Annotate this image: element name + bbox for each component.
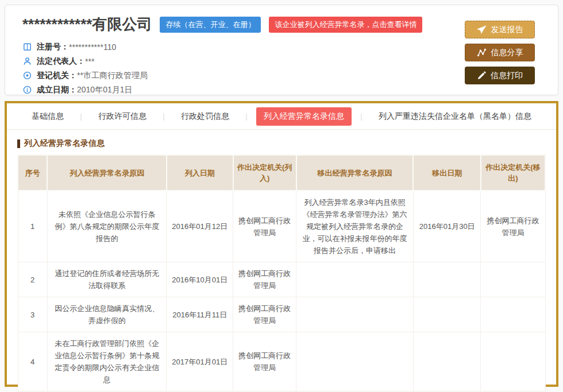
col-header-inclusion-reason: 列入经营异常名录原因 [47, 155, 166, 191]
cell-inclusion-reason: 未依照《企业信息公示暂行条例》第八条规定的期限公示年度报告的 [47, 191, 166, 262]
section-title-bar [17, 139, 20, 148]
table-row: 3 因公示企业信息隐瞒真实情况、弄虚作假的 2016年11月11日 携创网工商行… [18, 297, 545, 332]
cell-index: 2 [18, 262, 47, 297]
info-icon [22, 85, 32, 95]
tab-bar: 基础信息 | 行政许可信息 | 行政处罚信息 | 列入经营异常名录信息 | 列入… [7, 103, 556, 130]
info-label: 注册号： [37, 42, 69, 52]
table-row: 1 未依照《企业信息公示暂行条例》第八条规定的期限公示年度报告的 2016年01… [18, 191, 545, 262]
section-title-text: 列入经营异常名录信息 [24, 138, 105, 149]
col-header-removal-authority: 作出决定机关(移出) [481, 155, 545, 191]
info-value: **市工商行政管理局 [77, 71, 148, 81]
col-header-index: 序号 [18, 155, 47, 191]
paper-plane-icon [477, 25, 487, 34]
abnormal-list-table: 序号 列入经营异常名录原因 列入日期 作出决定机关(列入) 移出经营异常名录原因… [17, 154, 546, 391]
abnormal-warning-badge[interactable]: 该企业被列入经营异常名录，点击查看详情 [269, 17, 422, 33]
table-header-row: 序号 列入经营异常名录原因 列入日期 作出决定机关(列入) 移出经营异常名录原因… [18, 155, 545, 191]
tab-basic-info[interactable]: 基础信息 [24, 107, 71, 126]
cell-inclusion-authority: 携创网工商行政管理局 [233, 262, 296, 297]
status-badge: 存续（在营、开业、在册） [160, 17, 261, 33]
cell-inclusion-reason: 未在工商行政管理部门依照《企业信息公示暂行条例》第十条规定责令的期限内公示有关企… [47, 332, 166, 391]
col-header-inclusion-date: 列入日期 [167, 155, 233, 191]
info-value: 2010年01月1日 [77, 85, 133, 95]
info-label: 成立日期： [37, 85, 77, 95]
print-info-button[interactable]: 信息打印 [465, 67, 535, 84]
cell-inclusion-reason: 通过登记的住所或者经营场所无法取得联系 [47, 262, 166, 297]
tab-divider: | [163, 112, 164, 121]
cell-removal-date [413, 297, 481, 332]
action-label: 信息分享 [491, 48, 523, 58]
tab-administrative-penalty[interactable]: 行政处罚信息 [173, 107, 237, 126]
cell-inclusion-date: 2016年11月11日 [167, 297, 233, 332]
cell-removal-date [413, 332, 481, 391]
tab-divider: | [245, 112, 247, 121]
cell-removal-authority [481, 262, 545, 297]
cell-index: 1 [18, 191, 47, 262]
info-item-establish-date: 成立日期： 2010年01月1日 [22, 83, 547, 97]
cell-inclusion-date: 2016年01月12日 [167, 191, 233, 262]
info-label: 法定代表人： [37, 56, 85, 67]
company-summary-card: ************有限公司 存续（在营、开业、在册） 该企业被列入经营异常… [5, 5, 558, 95]
info-value: ***********110 [69, 42, 116, 52]
share-icon [477, 48, 487, 57]
info-value: *** [85, 57, 94, 66]
cell-index: 3 [18, 297, 47, 332]
table-row: 4 未在工商行政管理部门依照《企业信息公示暂行条例》第十条规定责令的期限内公示有… [18, 332, 545, 391]
info-label: 登记机关： [37, 71, 77, 81]
tab-administrative-license[interactable]: 行政许可信息 [91, 107, 154, 126]
cell-removal-reason [296, 297, 414, 332]
col-header-removal-reason: 移出经营异常名录原因 [296, 155, 414, 191]
tab-divider: | [80, 112, 82, 121]
cell-inclusion-authority: 携创网工商行政管理局 [233, 332, 296, 391]
cell-removal-reason [296, 332, 414, 391]
company-name: ************有限公司 [22, 14, 152, 34]
location-icon [22, 71, 32, 80]
tab-content: 列入经营异常名录信息 序号 列入经营异常名录原因 列入日期 作出决定机关(列入)… [7, 130, 556, 392]
cell-removal-date [413, 262, 481, 297]
tab-serious-violation-blacklist[interactable]: 列入严重违法失信企业名单（黑名单）信息 [371, 107, 539, 126]
detail-panel: 基础信息 | 行政许可信息 | 行政处罚信息 | 列入经营异常名录信息 | 列入… [5, 101, 558, 387]
col-header-removal-date: 移出日期 [413, 155, 481, 191]
section-title: 列入经营异常名录信息 [17, 138, 546, 149]
cell-removal-authority [481, 297, 545, 332]
cell-removal-authority: 携创网工商行政管理局 [481, 191, 545, 262]
cell-inclusion-date: 2017年01月01日 [167, 332, 233, 391]
cell-inclusion-reason: 因公示企业信息隐瞒真实情况、弄虚作假的 [47, 297, 166, 332]
tab-divider: | [360, 112, 362, 121]
cell-inclusion-authority: 携创网工商行政管理局 [233, 297, 296, 332]
action-buttons: 发送报告 信息分享 信息打印 [465, 21, 535, 84]
cell-inclusion-authority: 携创网工商行政管理局 [233, 191, 296, 262]
cell-removal-date: 2016年01月30日 [413, 191, 481, 262]
cell-removal-reason: 列入经营异常名录3年内且依照《经营异常名录管理办法》第六规定被列入经营异常名录的… [296, 191, 414, 262]
cell-index: 4 [18, 332, 47, 391]
cell-removal-authority [481, 332, 545, 391]
pencil-icon [477, 71, 486, 80]
certificate-icon [22, 42, 32, 52]
share-info-button[interactable]: 信息分享 [465, 44, 535, 61]
send-report-button[interactable]: 发送报告 [465, 21, 535, 38]
tab-abnormal-operation-list[interactable]: 列入经营异常名录信息 [256, 107, 352, 126]
action-label: 发送报告 [491, 25, 523, 35]
cell-inclusion-date: 2016年10月01日 [167, 262, 233, 297]
action-label: 信息打印 [491, 71, 523, 81]
person-icon [22, 56, 32, 66]
table-row: 2 通过登记的住所或者经营场所无法取得联系 2016年10月01日 携创网工商行… [18, 262, 545, 297]
col-header-inclusion-authority: 作出决定机关(列入) [233, 155, 296, 191]
cell-removal-reason [296, 262, 414, 297]
